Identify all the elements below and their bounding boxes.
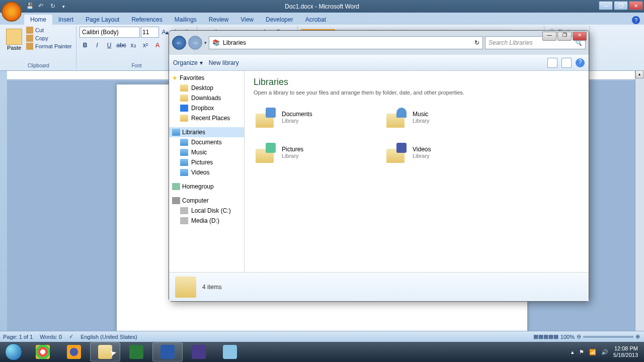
- minimize-button[interactable]: —: [599, 1, 613, 10]
- computer-header[interactable]: Computer: [169, 196, 244, 206]
- library-documents[interactable]: DocumentsLibrary: [254, 105, 354, 130]
- nav-documents[interactable]: Documents: [169, 137, 244, 147]
- music-icon: [180, 149, 188, 156]
- cut-button[interactable]: Cut: [26, 27, 72, 34]
- help-button[interactable]: ?: [576, 58, 585, 67]
- videos-library-icon: [386, 142, 408, 163]
- nav-media-disk[interactable]: Media (D:): [169, 216, 244, 226]
- tray-expand-icon[interactable]: ▴: [571, 349, 574, 355]
- homegroup-header[interactable]: Homegroup: [169, 182, 244, 192]
- redo-icon[interactable]: ↻: [50, 3, 58, 11]
- organize-button[interactable]: Organize ▾: [173, 59, 203, 66]
- taskbar-video[interactable]: [184, 342, 214, 361]
- page-status[interactable]: Page: 1 of 1: [3, 334, 33, 340]
- proofing-icon[interactable]: ✓: [69, 333, 73, 340]
- ribbon-tabs: Home Insert Page Layout References Maili…: [0, 13, 644, 25]
- tab-insert[interactable]: Insert: [52, 15, 79, 25]
- italic-button[interactable]: I: [92, 40, 103, 51]
- navigation-pane: ★Favorites Desktop Downloads Dropbox Rec…: [169, 71, 245, 272]
- save-icon[interactable]: 💾: [26, 3, 34, 11]
- tab-review[interactable]: Review: [203, 15, 234, 25]
- tab-home[interactable]: Home: [24, 15, 52, 25]
- nav-dropbox[interactable]: Dropbox: [169, 103, 244, 113]
- scroll-up-button[interactable]: ▴: [635, 70, 643, 78]
- exp-maximize-button[interactable]: ❐: [557, 32, 572, 41]
- tab-references[interactable]: References: [125, 15, 168, 25]
- zoom-level[interactable]: 100%: [560, 334, 575, 340]
- maximize-button[interactable]: ❐: [614, 1, 628, 10]
- new-library-button[interactable]: New library: [209, 59, 239, 66]
- subscript-button[interactable]: x₂: [128, 40, 139, 51]
- tab-developer[interactable]: Developer: [260, 15, 299, 25]
- format-painter-button[interactable]: Format Painter: [26, 43, 72, 50]
- word-count[interactable]: Words: 0: [40, 334, 62, 340]
- zoom-in-button[interactable]: ⊕: [635, 333, 640, 340]
- help-icon[interactable]: ?: [632, 16, 640, 24]
- language-status[interactable]: English (United States): [80, 334, 137, 340]
- office-button[interactable]: [2, 2, 22, 22]
- zoom-out-button[interactable]: ⊖: [577, 333, 581, 340]
- nav-local-disk[interactable]: Local Disk (C:): [169, 206, 244, 216]
- text-color-button[interactable]: A: [152, 40, 163, 51]
- word-title-bar: 💾 ↶ ↻ ▾ Doc1.docx - Microsoft Word — ❐ ✕: [0, 0, 644, 13]
- view-options-button[interactable]: [547, 58, 557, 68]
- nav-pictures[interactable]: Pictures: [169, 157, 244, 167]
- nav-history-dropdown[interactable]: ▾: [204, 40, 207, 45]
- tab-page-layout[interactable]: Page Layout: [79, 15, 125, 25]
- undo-icon[interactable]: ↶: [38, 3, 46, 11]
- volume-icon[interactable]: 🔊: [601, 349, 608, 355]
- paste-button[interactable]: Paste: [4, 27, 24, 53]
- notepad-icon: [223, 345, 237, 359]
- library-videos[interactable]: VideosLibrary: [384, 140, 485, 165]
- font-name-select[interactable]: [79, 27, 140, 38]
- nav-videos[interactable]: Videos: [169, 167, 244, 177]
- tab-mailings[interactable]: Mailings: [169, 15, 203, 25]
- preview-pane-button[interactable]: [561, 58, 572, 68]
- downloads-icon: [180, 95, 188, 102]
- font-size-select[interactable]: [141, 27, 159, 38]
- taskbar-firefox[interactable]: [59, 342, 89, 361]
- status-bar: Page: 1 of 1 Words: 0 ✓ English (United …: [0, 331, 644, 342]
- taskbar-excel[interactable]: [121, 342, 151, 361]
- tab-acrobat[interactable]: Acrobat: [299, 15, 332, 25]
- nav-downloads[interactable]: Downloads: [169, 93, 244, 103]
- taskbar-notepad[interactable]: [215, 342, 245, 361]
- start-button[interactable]: [0, 342, 27, 362]
- clock[interactable]: 12:08 PM 5/18/2013: [613, 345, 638, 358]
- cut-icon: [26, 27, 33, 34]
- breadcrumb[interactable]: Libraries: [223, 39, 246, 46]
- qat-dropdown-icon[interactable]: ▾: [62, 4, 65, 9]
- bold-button[interactable]: B: [79, 40, 91, 51]
- nav-forward-button[interactable]: →: [188, 36, 202, 50]
- library-music[interactable]: MusicLibrary: [384, 105, 485, 130]
- refresh-icon[interactable]: ↻: [474, 39, 479, 46]
- close-button[interactable]: ✕: [629, 1, 643, 10]
- action-center-icon[interactable]: ⚑: [579, 349, 584, 355]
- libraries-header[interactable]: Libraries: [169, 127, 244, 137]
- clipboard-group-label: Clipboard: [1, 63, 76, 68]
- word-icon: [160, 345, 175, 359]
- copy-button[interactable]: Copy: [26, 35, 72, 42]
- nav-desktop[interactable]: Desktop: [169, 83, 244, 93]
- library-pictures[interactable]: PicturesLibrary: [254, 140, 354, 165]
- recent-icon: [180, 115, 188, 122]
- nav-music[interactable]: Music: [169, 147, 244, 157]
- zoom-slider[interactable]: [583, 336, 633, 338]
- exp-close-button[interactable]: ✕: [573, 32, 587, 41]
- nav-recent[interactable]: Recent Places: [169, 113, 244, 123]
- superscript-button[interactable]: x²: [140, 40, 151, 51]
- exp-minimize-button[interactable]: —: [542, 32, 556, 41]
- videos-icon: [180, 169, 188, 176]
- vertical-scrollbar[interactable]: ▴: [635, 70, 644, 331]
- window-title: Doc1.docx - Microsoft Word: [285, 3, 359, 10]
- underline-button[interactable]: U: [104, 40, 115, 51]
- network-icon[interactable]: 📶: [589, 349, 596, 355]
- taskbar-chrome[interactable]: [28, 342, 58, 361]
- favorites-header[interactable]: ★Favorites: [169, 73, 244, 83]
- nav-back-button[interactable]: ←: [172, 36, 186, 50]
- view-buttons[interactable]: ▦▦▦▦▦: [533, 333, 558, 340]
- strike-button[interactable]: abc: [116, 40, 127, 51]
- address-bar[interactable]: 📚 Libraries ↻: [209, 36, 483, 49]
- tab-view[interactable]: View: [234, 15, 260, 25]
- taskbar-word[interactable]: [152, 342, 183, 361]
